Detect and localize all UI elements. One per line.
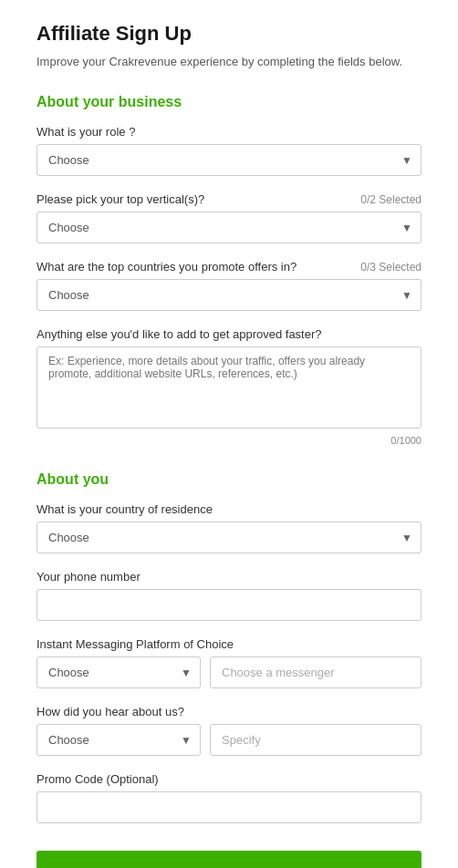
hear-two-col: Choose ▼ bbox=[36, 724, 422, 756]
page-subtitle: Improve your Crakrevenue experience by c… bbox=[36, 55, 422, 68]
extra-char-count: 0/1000 bbox=[36, 435, 422, 446]
im-platform-select-wrapper: Choose ▼ bbox=[36, 656, 201, 688]
phone-field-group: Your phone number bbox=[36, 570, 422, 621]
im-field-group: Instant Messaging Platform of Choice Cho… bbox=[36, 637, 422, 688]
verticals-label: Please pick your top vertical(s)? bbox=[36, 192, 204, 206]
role-field-group: What is your role ? Choose ▼ bbox=[36, 125, 422, 176]
page-title: Affiliate Sign Up bbox=[36, 22, 422, 46]
promo-input[interactable] bbox=[36, 791, 422, 823]
extra-field-group: Anything else you'd like to add to get a… bbox=[36, 327, 422, 446]
im-platform-select[interactable]: Choose bbox=[36, 656, 201, 688]
role-select[interactable]: Choose bbox=[36, 144, 422, 176]
promo-field-group: Promo Code (Optional) bbox=[36, 772, 422, 823]
countries-count: 0/3 Selected bbox=[360, 261, 422, 274]
hear-field-group: How did you hear about us? Choose ▼ bbox=[36, 705, 422, 756]
role-select-wrapper: Choose ▼ bbox=[36, 144, 422, 176]
im-two-col: Choose ▼ bbox=[36, 656, 422, 688]
countries-field-group: What are the top countries you promote o… bbox=[36, 260, 422, 311]
verticals-field-group: Please pick your top vertical(s)? 0/2 Se… bbox=[36, 192, 422, 243]
phone-label: Your phone number bbox=[36, 570, 141, 584]
section-you-title: About you bbox=[36, 471, 422, 488]
verticals-count: 0/2 Selected bbox=[360, 193, 422, 206]
hear-label: How did you hear about us? bbox=[36, 705, 184, 718]
hear-specify-input[interactable] bbox=[210, 724, 422, 756]
countries-select[interactable]: Choose bbox=[36, 279, 422, 311]
country-select[interactable]: Choose bbox=[36, 522, 422, 553]
hear-platform-select-wrapper: Choose ▼ bbox=[36, 724, 201, 756]
countries-label: What are the top countries you promote o… bbox=[36, 260, 297, 274]
verticals-select-wrapper: Choose ▼ bbox=[36, 212, 422, 243]
extra-label: Anything else you'd like to add to get a… bbox=[36, 327, 322, 341]
submit-button[interactable]: Join CrakRevenue Now bbox=[36, 851, 422, 868]
section-business-title: About your business bbox=[36, 94, 422, 110]
country-label: What is your country of residence bbox=[36, 502, 213, 516]
country-select-wrapper: Choose ▼ bbox=[36, 522, 422, 553]
im-label: Instant Messaging Platform of Choice bbox=[36, 637, 234, 651]
country-field-group: What is your country of residence Choose… bbox=[36, 502, 422, 553]
hear-platform-select[interactable]: Choose bbox=[36, 724, 201, 756]
promo-label: Promo Code (Optional) bbox=[36, 772, 159, 786]
section-divider: About you bbox=[36, 471, 422, 488]
im-messenger-input[interactable] bbox=[210, 656, 422, 688]
extra-textarea[interactable] bbox=[36, 346, 422, 429]
verticals-select[interactable]: Choose bbox=[36, 212, 422, 243]
role-label: What is your role ? bbox=[36, 125, 135, 139]
countries-select-wrapper: Choose ▼ bbox=[36, 279, 422, 311]
phone-input[interactable] bbox=[36, 589, 422, 621]
